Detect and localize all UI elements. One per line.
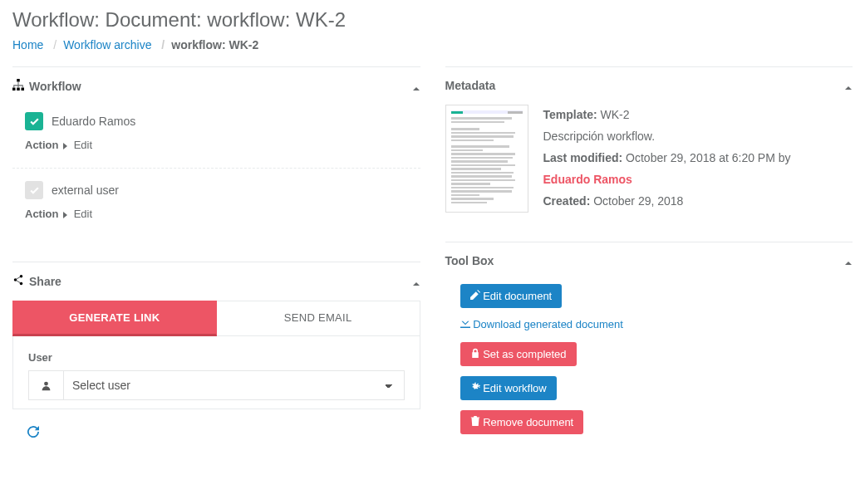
workflow-step: external user Action Edit (12, 168, 420, 232)
template-value: WK-2 (600, 108, 629, 121)
breadcrumb-home[interactable]: Home (12, 38, 43, 51)
workflow-step-user: external user (52, 183, 119, 197)
svg-rect-3 (22, 88, 25, 91)
page-title: Workflow: Document: workflow: WK-2 (12, 8, 853, 32)
workflow-action-value: Edit (74, 139, 92, 151)
workflow-step: Eduardo Ramos Action Edit (12, 105, 420, 164)
tab-send-email[interactable]: SEND EMAIL (217, 301, 420, 336)
check-icon (25, 112, 43, 130)
sitemap-icon (12, 79, 24, 93)
svg-point-7 (44, 381, 48, 385)
share-panel: Share GENERATE LINK SEND EMAIL User (12, 262, 420, 457)
svg-rect-0 (17, 79, 20, 82)
workflow-action-label: Action (25, 139, 58, 151)
caret-right-icon (63, 143, 67, 149)
toolbox-panel: Tool Box Edit document Download generate… (445, 242, 853, 434)
toolbox-panel-title: Tool Box (445, 254, 494, 267)
remove-document-button[interactable]: Remove document (460, 410, 584, 434)
pencil-square-icon (470, 290, 480, 302)
metadata-description: Descripción workflow. (543, 126, 853, 148)
workflow-panel: Workflow Eduardo Ramos Action (12, 66, 420, 241)
edit-workflow-button[interactable]: Edit workflow (460, 376, 557, 400)
created-label: Created: (543, 194, 591, 208)
breadcrumb-archive[interactable]: Workflow archive (63, 38, 151, 51)
chevron-up-icon[interactable] (844, 81, 853, 90)
lock-icon (470, 348, 480, 360)
trash-icon (470, 416, 480, 428)
download-icon (460, 318, 470, 330)
workflow-action-value: Edit (74, 208, 92, 220)
check-icon (25, 181, 43, 199)
caret-right-icon (63, 212, 67, 218)
download-document-link[interactable]: Download generated document (460, 318, 623, 330)
last-modified-value: October 29, 2018 at 6:20 PM by (626, 151, 790, 164)
last-modified-user[interactable]: Eduardo Ramos (543, 173, 632, 186)
workflow-panel-title: Workflow (29, 80, 81, 93)
created-value: October 29, 2018 (593, 194, 683, 208)
svg-rect-2 (17, 88, 20, 91)
chevron-up-icon[interactable] (844, 257, 853, 265)
breadcrumb-current: workflow: WK-2 (171, 38, 258, 51)
workflow-action-label: Action (25, 208, 58, 220)
share-icon (12, 274, 24, 288)
metadata-panel: Metadata (445, 66, 853, 221)
document-thumbnail[interactable] (445, 105, 528, 213)
chevron-up-icon[interactable] (412, 277, 420, 286)
workflow-step-user: Eduardo Ramos (52, 115, 135, 128)
last-modified-label: Last modified: (543, 151, 623, 164)
gear-icon (470, 382, 480, 394)
chevron-up-icon[interactable] (412, 82, 420, 91)
tab-generate-link[interactable]: GENERATE LINK (12, 301, 217, 336)
share-panel-title: Share (29, 275, 61, 288)
set-completed-button[interactable]: Set as completed (460, 342, 577, 366)
user-label: User (28, 351, 405, 364)
user-select[interactable]: Select user (63, 370, 405, 400)
refresh-icon[interactable] (27, 427, 39, 440)
edit-document-button[interactable]: Edit document (460, 284, 563, 308)
breadcrumb: Home Workflow archive workflow: WK-2 (12, 38, 853, 66)
svg-rect-1 (12, 88, 16, 91)
template-label: Template: (543, 108, 597, 121)
user-icon (28, 370, 63, 400)
metadata-panel-title: Metadata (445, 79, 496, 92)
